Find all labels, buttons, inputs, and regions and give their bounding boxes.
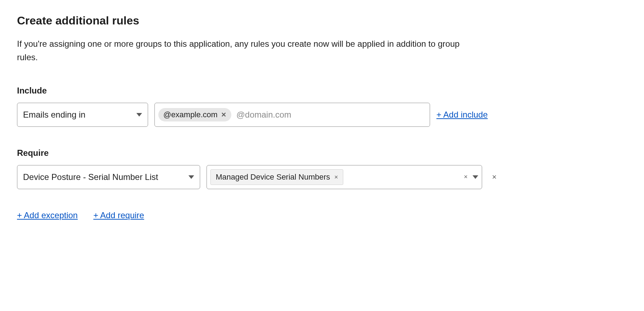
include-chip: @example.com ✕ [158, 108, 231, 121]
chevron-down-icon[interactable] [473, 175, 478, 179]
require-selector[interactable]: Device Posture - Serial Number List [17, 165, 200, 189]
page-title: Create additional rules [17, 14, 627, 27]
add-include-link[interactable]: + Add include [436, 110, 488, 120]
require-selector-value: Device Posture - Serial Number List [23, 172, 158, 182]
require-chip-text: Managed Device Serial Numbers [216, 173, 330, 182]
include-value-input[interactable]: @example.com ✕ @domain.com [154, 103, 430, 127]
require-value-input[interactable]: Managed Device Serial Numbers × × [207, 165, 482, 189]
require-section-label: Require [17, 148, 627, 158]
chevron-down-icon [136, 113, 142, 117]
require-input-controls: × [464, 173, 478, 181]
include-rule-row: Emails ending in @example.com ✕ @domain.… [17, 103, 627, 127]
close-icon[interactable]: ✕ [221, 112, 226, 118]
require-chip: Managed Device Serial Numbers × [210, 169, 343, 185]
footer-links: + Add exception + Add require [17, 210, 627, 220]
add-exception-link[interactable]: + Add exception [17, 210, 78, 220]
close-icon[interactable]: × [334, 174, 338, 180]
include-selector[interactable]: Emails ending in [17, 103, 148, 127]
add-require-link[interactable]: + Add require [93, 210, 144, 220]
include-selector-value: Emails ending in [23, 110, 85, 120]
chevron-down-icon [188, 175, 194, 179]
include-placeholder: @domain.com [236, 110, 291, 120]
include-section-label: Include [17, 86, 627, 96]
remove-row-icon[interactable]: × [488, 173, 500, 182]
clear-icon[interactable]: × [464, 173, 468, 181]
require-rule-row: Device Posture - Serial Number List Mana… [17, 165, 627, 189]
description-text: If you're assigning one or more groups t… [17, 37, 478, 64]
include-chip-text: @example.com [163, 110, 218, 119]
